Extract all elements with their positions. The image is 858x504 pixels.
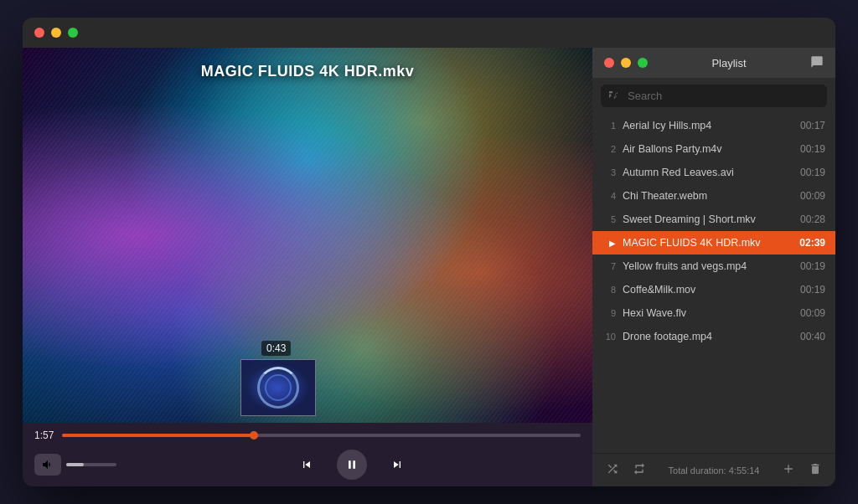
thumbnail-inner — [241, 360, 315, 415]
chat-icon — [810, 55, 824, 69]
progress-thumb — [250, 431, 258, 440]
playlist-item[interactable]: ▶ 4 Chi Theater.webm 00:09 — [592, 184, 835, 208]
playlist-item[interactable]: ▶ 2 Air Ballons Party.m4v 00:19 — [592, 137, 835, 161]
playlist-item[interactable]: ▶ 1 Aerial Icy Hills.mp4 00:17 — [592, 114, 835, 137]
item-name: Aerial Icy Hills.mp4 — [623, 120, 793, 131]
item-duration: 00:17 — [800, 120, 825, 131]
prev-icon — [300, 458, 313, 471]
item-name: Sweet Dreaming | Short.mkv — [623, 213, 793, 225]
playlist-items: ▶ 1 Aerial Icy Hills.mp4 00:17 ▶ 2 Air B… — [592, 114, 835, 453]
prev-button[interactable] — [293, 451, 320, 478]
pl-minimize-button[interactable] — [621, 58, 631, 68]
search-input-wrap — [601, 85, 827, 107]
item-duration: 00:28 — [800, 213, 825, 225]
playlist-item[interactable]: ▶ 5 Sweet Dreaming | Short.mkv 00:28 — [592, 208, 835, 231]
item-duration: 00:19 — [800, 284, 825, 296]
item-number: ▶ 10 — [602, 332, 616, 342]
item-name: Yellow fruits and vegs.mp4 — [623, 260, 793, 272]
total-duration: Total duration: 4:55:14 — [656, 465, 772, 476]
item-number: ▶ 9 — [602, 308, 616, 318]
pl-maximize-button[interactable] — [638, 58, 648, 68]
item-duration: 02:39 — [799, 237, 825, 249]
item-name: MAGIC FLUIDS 4K HDR.mkv — [623, 237, 793, 249]
close-button[interactable] — [34, 28, 44, 38]
repeat-button[interactable] — [629, 459, 649, 481]
trash-icon — [809, 462, 822, 476]
playlist-item[interactable]: ▶ 6 MAGIC FLUIDS 4K HDR.mkv 02:39 — [592, 231, 835, 255]
item-duration: 00:09 — [800, 190, 825, 202]
progress-row: 1:57 — [34, 429, 581, 441]
controls-bar: 1:57 — [23, 423, 592, 486]
title-bar — [23, 18, 835, 48]
next-button[interactable] — [384, 451, 411, 478]
minimize-button[interactable] — [51, 28, 61, 38]
add-icon — [782, 462, 795, 476]
item-duration: 00:40 — [800, 331, 825, 342]
volume-fill — [66, 463, 84, 466]
search-icon — [609, 89, 621, 100]
item-duration: 00:19 — [800, 260, 825, 272]
add-button[interactable] — [778, 459, 799, 481]
center-controls — [123, 450, 581, 480]
pl-close-button[interactable] — [604, 58, 614, 68]
video-title: MAGIC FLUIDS 4K HDR.mkv — [23, 63, 592, 80]
item-number: ▶ 2 — [602, 144, 616, 154]
playlist-view-button[interactable] — [810, 55, 824, 71]
search-bar — [592, 78, 835, 114]
playlist-item[interactable]: ▶ 10 Drone footage.mp4 00:40 — [592, 325, 835, 348]
progress-fill — [62, 434, 254, 437]
search-input[interactable] — [628, 90, 819, 102]
playlist-footer: Total duration: 4:55:14 — [592, 453, 835, 486]
shuffle-search-icon — [609, 89, 621, 103]
main-content: MAGIC FLUIDS 4K HDR.mkv 0:43 1:57 — [23, 48, 835, 486]
item-duration: 00:19 — [800, 143, 825, 155]
maximize-button[interactable] — [68, 28, 78, 38]
playlist-title: Playlist — [711, 57, 746, 69]
progress-track[interactable] — [62, 434, 581, 437]
playlist-item[interactable]: ▶ 3 Autumn Red Leaves.avi 00:19 — [592, 161, 835, 184]
time-tooltip: 0:43 — [261, 341, 291, 356]
playlist-item[interactable]: ▶ 9 Hexi Wave.flv 00:09 — [592, 301, 835, 325]
thumbnail-preview — [240, 359, 316, 416]
item-number: ▶ 5 — [602, 214, 616, 224]
item-number: ▶ 1 — [602, 121, 616, 131]
pause-icon — [345, 458, 359, 471]
traffic-lights — [34, 28, 78, 38]
item-name: Air Ballons Party.m4v — [623, 143, 793, 155]
item-name: Drone footage.mp4 — [623, 331, 793, 342]
item-name: Chi Theater.webm — [623, 190, 793, 202]
shuffle-button[interactable] — [602, 459, 623, 481]
item-name: Hexi Wave.flv — [623, 307, 793, 319]
volume-icon — [41, 458, 54, 471]
current-time: 1:57 — [34, 429, 54, 441]
video-area: MAGIC FLUIDS 4K HDR.mkv 0:43 1:57 — [23, 48, 592, 486]
video-background: MAGIC FLUIDS 4K HDR.mkv 0:43 — [23, 48, 592, 423]
playlist-item[interactable]: ▶ 8 Coffe&Milk.mov 00:19 — [592, 278, 835, 301]
buttons-row — [34, 450, 581, 480]
volume-track[interactable] — [66, 463, 116, 466]
item-name: Coffe&Milk.mov — [623, 284, 793, 296]
thumbnail-swirl — [257, 367, 299, 409]
repeat-icon — [633, 462, 646, 476]
volume-button[interactable] — [34, 454, 61, 476]
play-pause-button[interactable] — [337, 450, 367, 480]
volume-section — [34, 454, 116, 476]
item-number: ▶ 8 — [602, 285, 616, 295]
playlist-traffic-lights — [604, 58, 648, 68]
app-window: MAGIC FLUIDS 4K HDR.mkv 0:43 1:57 — [23, 18, 835, 486]
play-indicator: ▶ — [602, 239, 616, 248]
next-icon — [390, 458, 404, 471]
delete-button[interactable] — [805, 459, 825, 481]
shuffle-icon — [606, 462, 619, 476]
item-number: ▶ 6 — [602, 239, 616, 248]
item-duration: 00:19 — [800, 167, 825, 178]
item-number: ▶ 7 — [602, 261, 616, 271]
item-name: Autumn Red Leaves.avi — [623, 167, 793, 178]
item-number: ▶ 4 — [602, 191, 616, 201]
playlist-header: Playlist — [592, 48, 835, 78]
item-duration: 00:09 — [800, 307, 825, 319]
playlist-item[interactable]: ▶ 7 Yellow fruits and vegs.mp4 00:19 — [592, 255, 835, 278]
playlist-panel: Playlist — [592, 48, 835, 486]
item-number: ▶ 3 — [602, 167, 616, 177]
